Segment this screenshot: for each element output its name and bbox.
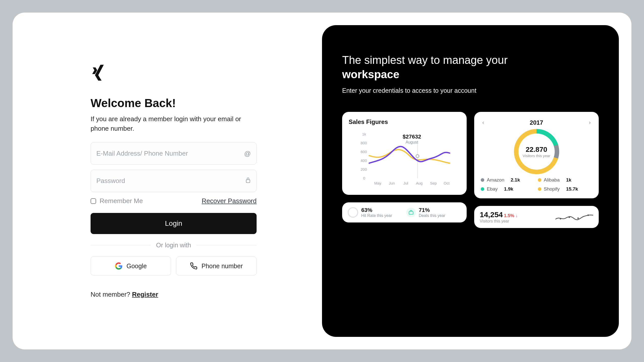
hero-tagline: The simplest way to manage your workspac…: [342, 53, 599, 81]
remember-me-checkbox[interactable]: Remember Me: [91, 197, 143, 205]
svg-text:400: 400: [361, 158, 367, 163]
donut-value: 22.870: [526, 146, 547, 154]
sales-figures-card: Sales Figures $27632 August 1k 800 600 4…: [342, 112, 467, 195]
svg-text:Jul: Jul: [404, 181, 408, 185]
year-label: 2017: [530, 119, 543, 126]
visitors-number: 14,254: [480, 210, 503, 219]
donut-chart: 22.870 Visitors this year: [514, 129, 559, 174]
login-page: Welcome Back! If you are already a membe…: [13, 13, 631, 349]
svg-text:0: 0: [363, 176, 365, 180]
welcome-heading: Welcome Back!: [91, 96, 257, 110]
remember-me-label: Remember Me: [100, 197, 143, 205]
year-prev-button[interactable]: ‹: [481, 118, 486, 127]
deals-label: Deals this year: [419, 213, 446, 218]
briefcase-icon: [406, 208, 416, 217]
password-field[interactable]: [91, 170, 256, 192]
sales-figures-title: Sales Figures: [349, 118, 460, 125]
svg-text:1k: 1k: [362, 132, 366, 136]
phone-login-label: Phone number: [202, 262, 243, 270]
svg-rect-17: [409, 212, 413, 214]
hit-rate-label: Hit Rate this year: [361, 213, 392, 218]
recover-password-link[interactable]: Recover Password: [202, 197, 257, 205]
sparkline-chart: [555, 211, 593, 223]
svg-text:200: 200: [361, 167, 367, 171]
svg-text:Sep: Sep: [430, 181, 437, 185]
dashboard-preview: Sales Figures $27632 August 1k 800 600 4…: [342, 112, 599, 228]
at-icon: @: [244, 150, 251, 157]
sales-tooltip: $27632 August: [403, 133, 421, 145]
login-panel: Welcome Back! If you are already a membe…: [25, 25, 322, 337]
phone-icon: [190, 262, 197, 270]
google-icon: [115, 262, 123, 270]
phone-login-button[interactable]: Phone number: [176, 256, 257, 276]
donut-legend: Amazon 2.1k Alibaba 1k Ebay 1.9k Shopify…: [481, 177, 592, 192]
hero-subtext: Enter your credentials to access to your…: [342, 87, 599, 94]
welcome-subtext: If you are already a member login with y…: [91, 114, 257, 133]
svg-marker-0: [95, 65, 104, 80]
google-login-label: Google: [127, 262, 147, 270]
divider: Or login with: [91, 242, 257, 249]
divider-text: Or login with: [156, 242, 191, 249]
svg-point-20: [577, 217, 579, 219]
visitors-delta: 1.5% ↓: [504, 213, 518, 218]
donut-label: Visitors this year: [523, 154, 550, 158]
kpi-card: 63% Hit Rate this year 71% Deals this ye…: [342, 202, 467, 222]
google-login-button[interactable]: Google: [91, 256, 171, 276]
year-next-button[interactable]: ›: [587, 118, 592, 127]
email-field-wrapper: @: [91, 142, 257, 165]
email-field[interactable]: [91, 143, 256, 164]
password-field-wrapper: [91, 170, 257, 192]
deals-value: 71%: [419, 207, 430, 213]
hero-panel: The simplest way to manage your workspac…: [322, 25, 619, 337]
svg-point-18: [560, 218, 561, 219]
hit-rate-value: 63%: [361, 207, 372, 213]
login-button[interactable]: Login: [91, 213, 257, 234]
svg-point-21: [587, 214, 589, 216]
svg-text:Jun: Jun: [389, 181, 395, 185]
visitors-label: Visitors this year: [480, 219, 509, 223]
visitors-spark-card: 14,254 1.5% ↓ Visitors this year: [474, 206, 599, 228]
lock-icon: [245, 177, 251, 185]
svg-text:Oct: Oct: [444, 181, 450, 185]
visitors-donut-card: ‹ 2017 › 22.870 Visitors this year: [474, 112, 599, 198]
register-prompt: Not member? Register: [91, 291, 257, 298]
svg-rect-2: [246, 179, 250, 183]
svg-text:800: 800: [361, 141, 367, 145]
gauge-icon: [348, 207, 358, 218]
svg-point-19: [569, 216, 570, 218]
svg-text:Aug: Aug: [416, 181, 423, 185]
register-link[interactable]: Register: [132, 291, 158, 298]
brand-logo: [91, 64, 108, 81]
svg-text:May: May: [374, 181, 382, 185]
svg-point-10: [416, 155, 419, 158]
svg-text:600: 600: [361, 150, 367, 154]
